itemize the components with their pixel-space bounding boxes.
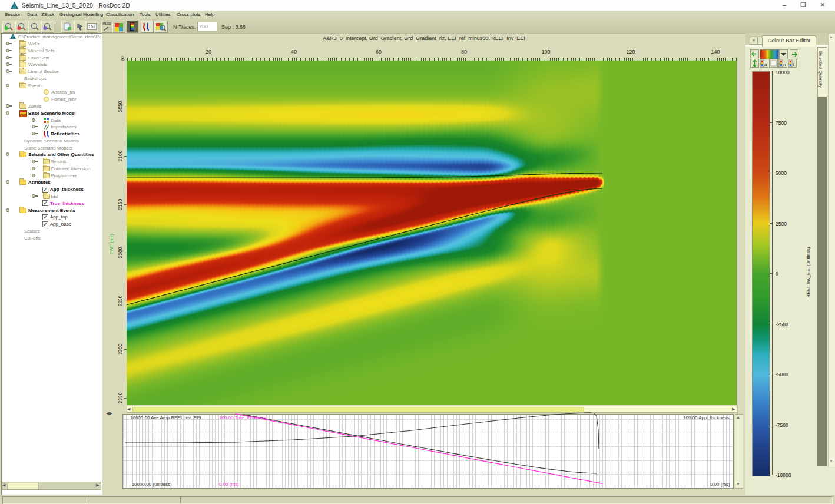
svg-text:10x: 10x [88, 25, 95, 29]
svg-text:a: a [764, 62, 767, 67]
svg-text:t: t [793, 62, 794, 67]
svg-text:n: n [783, 62, 786, 67]
